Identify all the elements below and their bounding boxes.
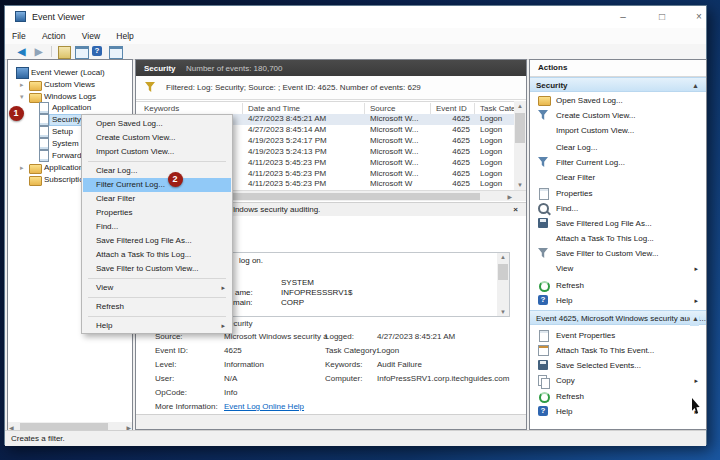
scroll-down-icon[interactable]: ▼	[517, 182, 523, 188]
security-context-menu: Open Saved Log... Create Custom View... …	[81, 114, 233, 334]
action-attach-task-to-event[interactable]: Attach Task To This Event...	[530, 343, 706, 358]
menu-import-custom-view[interactable]: Import Custom View...	[83, 145, 231, 159]
copy-icon	[538, 375, 547, 386]
menu-save-filter-custom-view[interactable]: Save Filter to Custom View...	[83, 262, 231, 276]
action-create-custom-view[interactable]: Create Custom View...	[530, 108, 706, 123]
action-save-filter-to-custom-view[interactable]: Save Filter to Custom View...	[530, 246, 706, 261]
help-icon: ?	[538, 406, 548, 416]
minimize-button[interactable]: –	[613, 9, 633, 25]
export-icon[interactable]	[57, 45, 70, 58]
account-value: SYSTEM	[281, 278, 314, 287]
window-icon[interactable]	[74, 45, 87, 58]
funnel-icon	[538, 157, 548, 167]
properties-icon	[539, 330, 549, 342]
action-save-filtered-log[interactable]: Save Filtered Log File As...	[530, 216, 706, 231]
back-icon[interactable]: ◀	[15, 45, 28, 58]
actions-section-event-4625[interactable]: Event 4625, Microsoft Windows security a…	[530, 310, 706, 325]
status-bar: Creates a filter.	[5, 430, 706, 446]
action-refresh-event[interactable]: Refresh	[530, 389, 706, 404]
description-scrollbar[interactable]: ▲ ▼	[497, 253, 509, 316]
action-import-custom-view[interactable]: Import Custom View...	[530, 123, 706, 138]
detail-label: Level:	[155, 360, 176, 369]
filter-notification-bar: Filtered: Log: Security; Source: ; Event…	[136, 76, 526, 100]
scroll-thumb[interactable]	[515, 113, 525, 143]
detail-label: User:	[155, 374, 174, 383]
collapse-icon[interactable]: ▲	[690, 311, 699, 326]
menu-refresh[interactable]: Refresh	[83, 300, 231, 314]
col-date-time[interactable]: Date and Time	[248, 104, 300, 113]
close-button[interactable]: ×	[689, 9, 709, 25]
menu-open-saved-log[interactable]: Open Saved Log...	[83, 117, 231, 131]
menu-action[interactable]: Action	[35, 28, 73, 41]
toolbar: ◀ ▶ ?	[5, 44, 706, 60]
action-properties[interactable]: Properties	[530, 186, 706, 201]
menu-attach-task[interactable]: Attach a Task To this Log...	[83, 248, 231, 262]
properties-window-icon[interactable]	[108, 45, 121, 58]
action-refresh[interactable]: Refresh	[530, 278, 706, 293]
menu-separator	[88, 278, 226, 279]
menu-separator	[88, 316, 226, 317]
menu-file[interactable]: File	[5, 28, 33, 41]
action-copy[interactable]: Copy▸	[530, 373, 706, 388]
scroll-right-icon[interactable]: ▶	[507, 193, 512, 200]
folder-icon	[538, 96, 551, 106]
tree-item-custom-views[interactable]: ▸ Custom Views	[8, 79, 132, 91]
save-icon	[538, 218, 548, 228]
submenu-arrow-icon: ▸	[694, 293, 698, 308]
close-preview-icon[interactable]: ×	[513, 203, 518, 217]
menu-view[interactable]: View	[75, 28, 107, 41]
menu-filter-current-log[interactable]: Filter Current Log...	[83, 178, 231, 192]
menu-separator	[88, 297, 226, 298]
help-icon[interactable]: ?	[91, 45, 104, 58]
action-find[interactable]: Find...	[530, 201, 706, 216]
col-keywords[interactable]: Keywords	[144, 104, 179, 113]
action-open-saved-log[interactable]: Open Saved Log...	[530, 93, 706, 108]
table-v-scrollbar[interactable]: ▲ ▼	[514, 101, 526, 190]
save-icon	[538, 360, 548, 370]
help-icon: ?	[538, 295, 548, 305]
title-bar[interactable]: Event Viewer – □ ×	[5, 6, 706, 28]
action-attach-task-to-log[interactable]: Attach a Task To This Log...	[530, 231, 706, 246]
action-event-properties[interactable]: Event Properties	[530, 328, 706, 343]
menu-create-custom-view[interactable]: Create Custom View...	[83, 131, 231, 145]
scroll-up-icon[interactable]: ▲	[517, 103, 523, 109]
action-clear-log[interactable]: Clear Log...	[530, 140, 706, 155]
menu-save-filtered-log[interactable]: Save Filtered Log File As...	[83, 234, 231, 248]
col-source[interactable]: Source	[370, 104, 395, 113]
scroll-thumb[interactable]	[498, 264, 508, 280]
action-view[interactable]: View▸	[530, 261, 706, 276]
maximize-button[interactable]: □	[652, 9, 672, 25]
action-help-event[interactable]: ?Help▸	[530, 404, 706, 419]
action-save-selected-events[interactable]: Save Selected Events...	[530, 358, 706, 373]
forward-icon[interactable]: ▶	[32, 45, 45, 58]
menu-properties[interactable]: Properties	[83, 206, 231, 220]
collapse-icon[interactable]: ▲	[692, 78, 699, 93]
tree-item-event-viewer-local[interactable]: Event Viewer (Local)	[8, 67, 132, 79]
desktop: Event Viewer – □ × File Action View Help…	[0, 0, 720, 460]
menu-find[interactable]: Find...	[83, 220, 231, 234]
annotation-step-2: 2	[168, 172, 183, 187]
menu-separator	[88, 161, 226, 162]
action-clear-filter[interactable]: Clear Filter	[530, 170, 706, 185]
col-event-id[interactable]: Event ID	[436, 104, 467, 113]
account-value: INFOPRESSSRV1$	[281, 288, 352, 297]
detail-value: Microsoft Windows security a	[224, 332, 328, 341]
tree-item-application[interactable]: Application	[8, 102, 133, 114]
scroll-down-icon[interactable]: ▼	[500, 309, 506, 315]
detail-value: 4625	[224, 346, 242, 355]
menu-clear-log[interactable]: Clear Log...	[83, 164, 231, 178]
menu-help[interactable]: Help	[109, 28, 140, 41]
event-log-online-help-link[interactable]: Event Log Online Help	[224, 402, 304, 411]
menu-view[interactable]: View▸	[83, 281, 231, 295]
action-help[interactable]: ?Help▸	[530, 293, 706, 308]
detail-value: Information	[224, 360, 264, 369]
actions-section-security[interactable]: Security ▲	[530, 77, 706, 92]
menu-clear-filter[interactable]: Clear Filter	[83, 192, 231, 206]
detail-label: Computer:	[325, 374, 362, 383]
menu-help[interactable]: Help▸	[83, 319, 231, 333]
scroll-up-icon[interactable]: ▲	[500, 254, 506, 260]
event-viewer-window: Event Viewer – □ × File Action View Help…	[4, 5, 707, 445]
funnel-icon	[538, 248, 548, 258]
action-filter-current-log[interactable]: Filter Current Log...	[530, 155, 706, 170]
submenu-arrow-icon: ▸	[221, 281, 225, 295]
